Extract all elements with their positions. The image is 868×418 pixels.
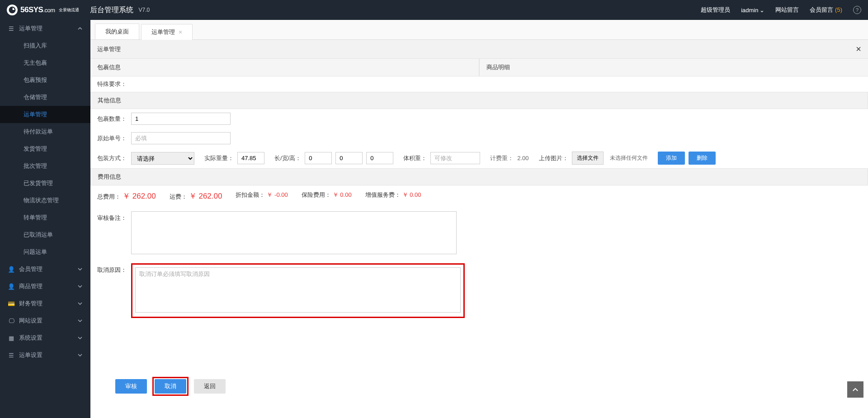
no-file-label: 未选择任何文件 — [610, 154, 648, 162]
chevron-down-icon — [78, 318, 82, 323]
panel-close-icon[interactable]: × — [856, 44, 861, 54]
sidebar-group-system-settings[interactable]: ▦系统设置 — [0, 329, 90, 347]
back-button[interactable]: 返回 — [194, 379, 226, 394]
pkg-count-label: 包裹数量： — [97, 115, 131, 123]
chevron-up-icon — [851, 385, 859, 394]
dim-width-input[interactable] — [335, 152, 363, 164]
ship-fee-label: 运费： — [170, 193, 187, 201]
list-icon: ☰ — [8, 25, 14, 32]
role-label: 超级管理员 — [701, 6, 730, 14]
page-tabs: 我的桌面 运单管理× — [90, 20, 868, 40]
wallet-icon: 💳 — [8, 300, 14, 307]
total-fee-value: ￥ 262.00 — [123, 191, 156, 201]
sidebar-item-logistics-status[interactable]: 物流状态管理 — [0, 192, 90, 209]
sub-tabs: 包裹信息 商品明细 — [90, 59, 868, 76]
main-area: 我的桌面 运单管理× 运单管理 × 包裹信息 商品明细 特殊要求： 其他信息 包… — [90, 20, 868, 418]
sidebar-item-ownerless[interactable]: 无主包裹 — [0, 54, 90, 71]
orig-no-input[interactable] — [131, 132, 231, 144]
actual-weight-input[interactable] — [237, 152, 264, 164]
sidebar-item-problem[interactable]: 问题运单 — [0, 243, 90, 261]
panel-title-bar: 运单管理 × — [90, 40, 868, 59]
discount-label: 折扣金额： — [236, 191, 265, 199]
delete-button[interactable]: 删除 — [689, 152, 716, 165]
user-dropdown[interactable]: iadmin⌄ — [741, 7, 764, 14]
special-req-label: 特殊要求： — [97, 80, 131, 88]
audit-remark-label: 审核备注： — [97, 211, 131, 222]
discount-value: ￥ -0.00 — [267, 191, 288, 199]
insurance-label: 保险费用： — [302, 191, 331, 199]
billing-label: 计费重： — [490, 154, 514, 162]
system-title: 后台管理系统 — [90, 5, 133, 15]
header-right: 超级管理员 iadmin⌄ 网站留言 会员留言 (5) ? — [701, 6, 861, 14]
highlight-annotation — [131, 263, 465, 318]
upload-label: 上传图片： — [539, 154, 568, 162]
grid-icon: ▦ — [8, 335, 14, 341]
sidebar-item-unpaid[interactable]: 待付款运单 — [0, 123, 90, 140]
logo-icon — [7, 5, 18, 15]
vas-value: ￥ 0.00 — [402, 191, 421, 199]
sidebar-item-shipped[interactable]: 已发货管理 — [0, 175, 90, 192]
sidebar-item-forecast[interactable]: 包裹预报 — [0, 71, 90, 89]
logo: 56SYS.com 全景物流通 后台管理系统 V7.0 — [7, 5, 150, 15]
sidebar-group-product[interactable]: 👤商品管理 — [0, 278, 90, 295]
sidebar-group-waybill[interactable]: ☰运单管理 — [0, 20, 90, 37]
chevron-down-icon — [78, 301, 82, 306]
sidebar-item-ship-mgmt[interactable]: 发货管理 — [0, 140, 90, 157]
audit-remark-textarea[interactable] — [131, 211, 457, 254]
tab-waybill-mgmt[interactable]: 运单管理× — [141, 24, 193, 40]
vas-label: 增值服务费： — [365, 191, 401, 199]
actual-weight-label: 实际重量： — [204, 154, 234, 162]
user-icon: 👤 — [8, 266, 14, 272]
pack-method-label: 包装方式： — [97, 154, 131, 162]
sidebar-item-waybill-mgmt[interactable]: 运单管理 — [0, 106, 90, 123]
sidebar-group-site-settings[interactable]: 🖵网站设置 — [0, 312, 90, 329]
tab-desktop[interactable]: 我的桌面 — [95, 24, 139, 39]
cancel-reason-textarea[interactable] — [135, 267, 461, 313]
vol-weight-label: 体积重： — [403, 154, 427, 162]
sub-tab-package-info[interactable]: 包裹信息 — [90, 59, 479, 76]
dim-height-input[interactable] — [366, 152, 393, 164]
audit-button[interactable]: 审核 — [115, 379, 147, 394]
member-messages-link[interactable]: 会员留言 (5) — [810, 6, 842, 14]
form-actions: 审核 取消 返回 — [90, 372, 868, 400]
chevron-down-icon — [78, 267, 82, 271]
insurance-value: ￥ 0.00 — [333, 191, 352, 199]
panel-title: 运单管理 — [97, 45, 121, 53]
brand-sub: 全景物流通 — [59, 8, 79, 12]
chevron-down-icon — [78, 353, 82, 357]
dims-label: 长/宽/高： — [274, 154, 301, 162]
sidebar: ☰运单管理 扫描入库 无主包裹 包裹预报 仓储管理 运单管理 待付款运单 发货管… — [0, 20, 90, 418]
dim-length-input[interactable] — [305, 152, 332, 164]
sub-tab-product-detail[interactable]: 商品明细 — [479, 59, 868, 76]
list-icon: ☰ — [8, 352, 14, 358]
scroll-top-button[interactable] — [847, 381, 863, 398]
sidebar-item-cancelled[interactable]: 已取消运单 — [0, 226, 90, 243]
content-panel: 运单管理 × 包裹信息 商品明细 特殊要求： 其他信息 包裹数量： 原始单号： … — [90, 40, 868, 418]
chevron-down-icon — [78, 336, 82, 340]
highlight-annotation-cancel: 取消 — [152, 377, 189, 396]
sidebar-item-storage[interactable]: 仓储管理 — [0, 89, 90, 106]
sidebar-item-transfer[interactable]: 转单管理 — [0, 209, 90, 226]
pack-method-select[interactable]: 请选择 — [131, 152, 194, 165]
version: V7.0 — [139, 7, 150, 13]
help-icon[interactable]: ? — [853, 6, 861, 14]
sidebar-group-finance[interactable]: 💳财务管理 — [0, 295, 90, 312]
chevron-up-icon — [78, 26, 82, 31]
sidebar-group-waybill-settings[interactable]: ☰运单设置 — [0, 347, 90, 364]
chevron-down-icon — [78, 284, 82, 289]
choose-file-button[interactable]: 选择文件 — [572, 152, 604, 165]
pkg-count-input[interactable] — [131, 113, 231, 125]
sidebar-group-member[interactable]: 👤会员管理 — [0, 261, 90, 278]
close-icon[interactable]: × — [179, 28, 182, 36]
sidebar-item-batch[interactable]: 批次管理 — [0, 157, 90, 175]
vol-weight-input[interactable] — [430, 152, 480, 164]
site-messages-link[interactable]: 网站留言 — [775, 6, 799, 14]
fee-info-header: 费用信息 — [90, 168, 868, 185]
add-button[interactable]: 添加 — [658, 152, 685, 165]
other-info-header: 其他信息 — [90, 92, 868, 109]
app-header: 56SYS.com 全景物流通 后台管理系统 V7.0 超级管理员 iadmin… — [0, 0, 868, 20]
cancel-button[interactable]: 取消 — [155, 379, 186, 394]
special-requirement-row: 特殊要求： — [90, 76, 868, 92]
sidebar-item-scan-in[interactable]: 扫描入库 — [0, 37, 90, 54]
fee-line: 总费用：￥ 262.00 运费：￥ 262.00 折扣金额：￥ -0.00 保险… — [90, 185, 868, 207]
